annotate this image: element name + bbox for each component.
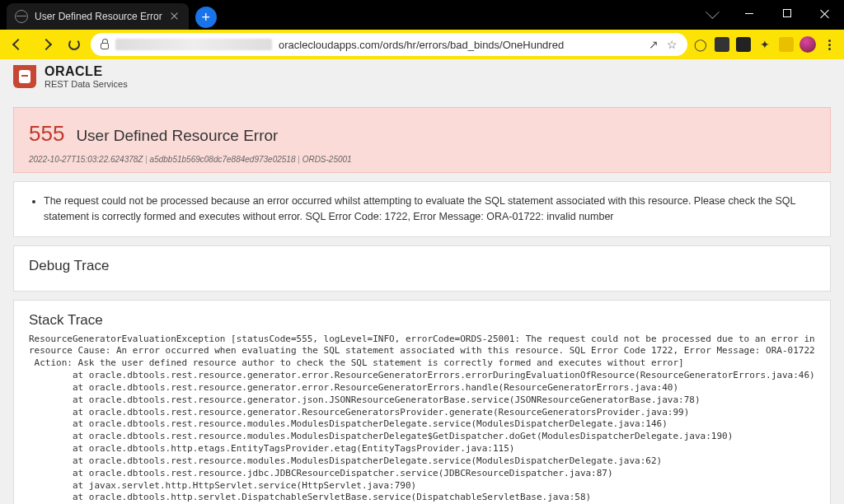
url-redacted xyxy=(115,39,272,50)
stack-trace-content: ResourceGeneratorEvaluationException [st… xyxy=(29,334,815,505)
extension-icon[interactable] xyxy=(778,36,795,53)
extension-icon[interactable]: ◯ xyxy=(692,36,709,53)
error-message: The request could not be processed becau… xyxy=(44,194,815,225)
extension-icon[interactable] xyxy=(714,36,730,53)
globe-icon xyxy=(15,10,28,23)
close-icon xyxy=(820,8,830,18)
minimize-icon xyxy=(745,13,753,14)
forward-button[interactable] xyxy=(35,33,58,56)
brand-name: ORACLE xyxy=(45,64,128,79)
browser-tab[interactable]: User Defined Resource Error xyxy=(7,3,189,30)
stack-trace-title: Stack Trace xyxy=(29,312,815,329)
extension-icons: ◯ ✦ xyxy=(692,36,837,53)
tab-title: User Defined Resource Error xyxy=(35,11,162,22)
brand-subtitle: REST Data Services xyxy=(45,79,128,89)
address-bar[interactable]: oraclecloudapps.com/ords/hr/errors/bad_b… xyxy=(91,33,687,56)
extensions-puzzle-icon[interactable]: ✦ xyxy=(757,36,773,53)
arrow-left-icon xyxy=(12,39,24,50)
back-button[interactable] xyxy=(7,33,30,56)
bookmark-icon[interactable]: ☆ xyxy=(667,38,678,51)
error-metadata: 2022-10-27T15:03:22.624378Za5dbb51b569c0… xyxy=(29,155,815,164)
arrow-right-icon xyxy=(40,39,52,50)
maximize-icon xyxy=(783,9,791,17)
error-timestamp: 2022-10-27T15:03:22.624378Z xyxy=(29,155,143,164)
toolbar: oraclecloudapps.com/ords/hr/errors/bad_b… xyxy=(0,30,844,59)
page-viewport[interactable]: ORACLE REST Data Services 555 User Defin… xyxy=(0,59,844,504)
window-dropdown-button[interactable] xyxy=(692,0,730,26)
window-maximize-button[interactable] xyxy=(768,0,806,26)
reload-button[interactable] xyxy=(63,33,86,56)
error-title: User Defined Resource Error xyxy=(76,127,278,145)
oracle-logo-icon xyxy=(13,65,36,88)
window-minimize-button[interactable] xyxy=(730,0,768,26)
error-status-code: 555 xyxy=(29,121,64,147)
debug-trace-panel: Debug Trace xyxy=(13,245,831,292)
profile-avatar[interactable] xyxy=(799,36,816,53)
debug-trace-title: Debug Trace xyxy=(29,258,815,274)
lock-icon xyxy=(101,43,109,49)
window-close-button[interactable] xyxy=(806,0,844,26)
window-controls xyxy=(692,0,844,26)
chevron-down-icon xyxy=(706,5,720,19)
reload-icon xyxy=(68,39,80,50)
new-tab-button[interactable]: + xyxy=(195,7,217,28)
share-icon[interactable]: ↗ xyxy=(649,38,659,51)
error-ords-code: ORDS-25001 xyxy=(295,155,351,164)
brand-header: ORACLE REST Data Services xyxy=(0,59,844,94)
tab-close-button[interactable] xyxy=(169,11,181,22)
browser-menu-button[interactable] xyxy=(821,36,837,53)
stack-trace-panel: Stack Trace ResourceGeneratorEvaluationE… xyxy=(13,300,831,505)
error-message-panel: The request could not be processed becau… xyxy=(13,181,831,237)
extension-icon[interactable] xyxy=(735,36,752,53)
error-hash: a5dbb51b569c08dc7e884ed973e02518 xyxy=(143,155,295,164)
error-panel: 555 User Defined Resource Error 2022-10-… xyxy=(13,107,831,173)
url-text: oraclecloudapps.com/ords/hr/errors/bad_b… xyxy=(279,39,564,51)
address-actions: ↗ ☆ xyxy=(649,38,678,51)
